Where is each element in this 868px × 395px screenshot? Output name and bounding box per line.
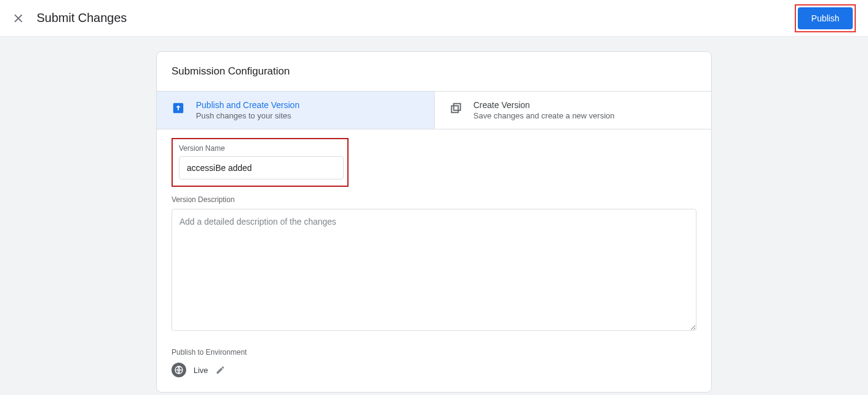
version-name-highlight: Version Name [172,138,349,187]
tab-create-subtitle: Save changes and create a new version [474,111,615,120]
main: Submission Configuration Publish and Cre… [0,37,868,395]
page-title: Submit Changes [37,11,127,25]
version-description-textarea[interactable] [172,209,696,331]
svg-rect-3 [454,104,460,111]
version-description-label: Version Description [172,195,696,204]
copy-icon [449,101,463,115]
publish-button[interactable]: Publish [798,7,853,29]
version-name-input[interactable] [179,156,344,179]
form-section: Version Name Version Description Publish… [157,129,711,392]
edit-icon[interactable] [215,365,225,375]
upload-icon [172,101,185,115]
globe-icon [172,363,186,377]
card-title: Submission Configuration [157,52,711,91]
tab-publish-create-version[interactable]: Publish and Create Version Push changes … [157,92,435,129]
tab-create-version[interactable]: Create Version Save changes and create a… [435,92,712,129]
close-icon[interactable] [12,12,24,24]
publish-env-label: Publish to Environment [172,348,696,357]
svg-rect-4 [451,106,458,112]
tab-publish-title: Publish and Create Version [196,100,300,110]
version-name-label: Version Name [174,144,341,153]
environment-row: Live [172,363,696,377]
tabs: Publish and Create Version Push changes … [157,91,711,129]
environment-name: Live [193,366,208,375]
tab-publish-subtitle: Push changes to your sites [196,111,300,120]
topbar-left: Submit Changes [12,11,127,25]
publish-button-highlight: Publish [795,4,856,32]
tab-create-title: Create Version [474,100,615,110]
topbar: Submit Changes Publish [0,0,868,37]
submission-card: Submission Configuration Publish and Cre… [156,51,712,393]
